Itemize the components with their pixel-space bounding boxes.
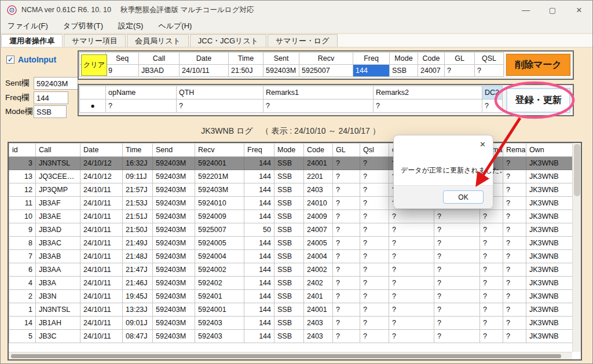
delete-mark-button[interactable]: 削除マーク <box>506 54 570 76</box>
menu-settings[interactable]: 設定(S) <box>118 21 143 31</box>
tab-summary-log[interactable]: サマリー・ログ <box>268 34 338 47</box>
detail-grid-row[interactable]: ●????? <box>80 100 503 113</box>
log-row[interactable]: 9JB3AD24/10/1121:50J592403M592500750SSB2… <box>9 223 573 237</box>
entry-grid-header-cell[interactable]: Date <box>180 53 229 65</box>
log-header-cell[interactable]: Mode <box>274 144 304 157</box>
maximize-button-icon[interactable]: ▢ <box>539 1 566 19</box>
entry-grid-header-cell[interactable]: Code <box>418 53 445 65</box>
log-header-cell[interactable]: Recv <box>195 144 244 157</box>
checkbox-check-icon[interactable]: ✓ <box>6 56 14 64</box>
log-cell: ? <box>434 330 480 343</box>
log-cell: SSB <box>274 210 304 223</box>
menu-tab-switch[interactable]: タブ切替(T) <box>63 21 103 31</box>
log-cell: ? <box>480 303 503 317</box>
log-header-cell[interactable]: Call <box>36 144 80 157</box>
detail-grid-cell[interactable]: ? <box>106 100 177 113</box>
menu-help[interactable]: ヘルプ(H) <box>158 21 192 31</box>
tab-member-list[interactable]: 会員局リスト <box>127 34 189 47</box>
freq-field-input[interactable] <box>34 91 68 104</box>
log-row[interactable]: 8JB3AC24/10/1121:49J592403M5924005144SSB… <box>9 237 573 250</box>
log-header-cell[interactable]: Time <box>123 144 153 157</box>
autoinput-checkbox[interactable]: ✓ AutoInput <box>6 55 56 64</box>
entry-grid-row[interactable]: 9JB3AD24/10/1121:50J592403M5925007144SSB… <box>80 65 504 77</box>
detail-grid-cell[interactable]: ? <box>263 100 374 113</box>
log-row[interactable]: 10JB3AE24/10/1121:51J592403M5924009144SS… <box>9 210 573 223</box>
log-row[interactable]: 5JB3C24/10/1108:47J592403M592403144SSB24… <box>9 330 573 343</box>
entry-grid-header-cell[interactable]: Mode <box>390 53 418 65</box>
log-header-cell[interactable]: Date <box>80 144 123 157</box>
entry-grid-header-cell[interactable]: Freq <box>353 53 390 65</box>
log-cell: 144 <box>244 170 274 183</box>
entry-grid-cell[interactable]: JB3AD <box>139 65 180 77</box>
log-header-cell[interactable]: Code <box>304 144 333 157</box>
vertical-scrollbar[interactable] <box>572 143 581 352</box>
log-cell: 144 <box>244 317 274 330</box>
log-cell: 21:57J <box>123 183 153 197</box>
entry-grid-header-cell[interactable]: Sent <box>263 53 299 65</box>
ok-button[interactable]: OK <box>443 190 484 204</box>
register-update-button[interactable]: 登録・更新 <box>506 88 570 113</box>
log-cell: 144 <box>244 330 274 343</box>
entry-grid-cell[interactable]: ? <box>445 65 475 77</box>
horizontal-scrollbar-thumb[interactable] <box>11 354 561 358</box>
entry-grid-cell[interactable]: 144 <box>353 65 390 77</box>
log-header-cell[interactable]: id <box>9 144 36 157</box>
detail-grid-cell[interactable]: ? <box>482 100 503 113</box>
detail-grid-header-cell[interactable]: Remarks2 <box>374 86 482 100</box>
entry-grid-header-cell[interactable]: QSL <box>475 53 504 65</box>
log-cell: 592201M <box>195 170 244 183</box>
entry-grid-cell[interactable]: ? <box>475 65 504 77</box>
log-row[interactable]: 7JB3AB24/10/1121:48J592403M5924004144SSB… <box>9 250 573 263</box>
detail-grid-header-cell[interactable]: DC2 <box>482 86 503 100</box>
log-cell: ? <box>434 263 480 277</box>
clear-button[interactable]: クリア <box>81 54 107 76</box>
detail-grid-corner <box>80 86 106 100</box>
minimize-button-icon[interactable]: — <box>513 1 539 19</box>
tab-summary-items[interactable]: サマリー項目 <box>64 34 126 47</box>
log-header-cell[interactable]: Own <box>526 144 573 157</box>
log-cell: SSB <box>274 263 304 277</box>
log-cell: 144 <box>244 183 274 197</box>
entry-grid-cell[interactable]: 5925007 <box>299 65 353 77</box>
entry-grid-cell[interactable]: 21:50J <box>229 65 263 77</box>
entry-grid-cell[interactable]: 24007 <box>418 65 445 77</box>
tab-jcc-jcg-list[interactable]: JCC・JCGリスト <box>190 34 266 47</box>
log-header-cell[interactable]: Freq <box>244 144 274 157</box>
entry-grid-header-cell[interactable]: Time <box>229 53 263 65</box>
detail-grid-header-cell[interactable]: QTH <box>177 86 263 100</box>
tab-operator-console[interactable]: 運用者操作卓 <box>1 34 63 47</box>
menu-file[interactable]: ファイル(F) <box>8 21 48 31</box>
entry-grid-header-cell[interactable]: Recv <box>299 53 353 65</box>
sent-field-input[interactable] <box>34 77 78 90</box>
entry-grid-cell[interactable]: 592403M <box>263 65 299 77</box>
entry-grid-cell[interactable]: 24/10/11 <box>180 65 229 77</box>
vertical-scrollbar-thumb[interactable] <box>574 144 580 196</box>
detail-grid-cell[interactable]: ? <box>374 100 482 113</box>
log-header-cell[interactable]: Rema <box>503 144 526 157</box>
log-header-cell[interactable]: Qsl <box>360 144 389 157</box>
log-row[interactable]: 1JN3NTSL24/10/1113:23J592403M5924001144S… <box>9 303 573 317</box>
mode-field-input[interactable] <box>34 105 67 118</box>
entry-grid-header-cell[interactable]: Call <box>139 53 180 65</box>
entry-grid-header-cell[interactable]: GL <box>445 53 475 65</box>
log-cell: ? <box>360 237 389 250</box>
entry-grid-cell[interactable]: 9 <box>106 65 139 77</box>
log-header-cell[interactable]: Send <box>153 144 195 157</box>
log-cell: 21:48J <box>123 250 153 263</box>
log-row[interactable]: 6JB3AA24/10/1121:47J592403M5924002144SSB… <box>9 263 573 277</box>
detail-grid-cell[interactable]: ? <box>177 100 263 113</box>
entry-grid-header-cell[interactable]: Seq <box>106 53 139 65</box>
log-row[interactable]: 14JB1AH24/10/1109:01J592403M592403144SSB… <box>9 317 573 330</box>
log-cell: ? <box>333 170 360 183</box>
close-button-icon[interactable]: ✕ <box>566 1 592 19</box>
log-header-cell[interactable]: GL <box>333 144 360 157</box>
log-row[interactable]: 4JB3A24/10/1121:46J592403M592402144SSB24… <box>9 277 573 290</box>
dialog-close-icon[interactable]: ✕ <box>479 141 486 148</box>
log-row[interactable]: 2JB3N24/10/1119:45J592403M592401144SSB24… <box>9 290 573 303</box>
horizontal-scrollbar[interactable] <box>9 352 572 359</box>
entry-grid-cell[interactable]: SSB <box>390 65 418 77</box>
log-cell: 592401 <box>195 290 244 303</box>
detail-grid-header-cell[interactable]: Remarks1 <box>263 86 374 100</box>
entry-form-panel: SeqCallDateTimeSentRecvFreqModeCodeGLQSL… <box>78 50 574 80</box>
detail-grid-header-cell[interactable]: opName <box>106 86 177 100</box>
